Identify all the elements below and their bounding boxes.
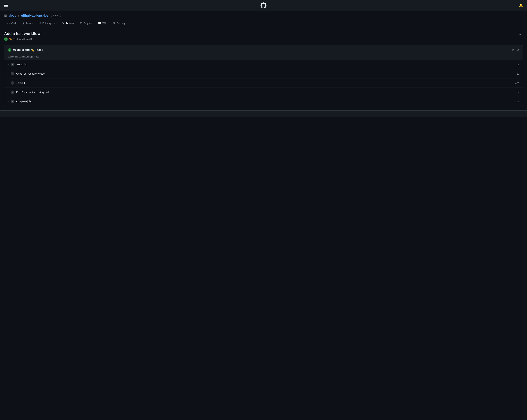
navbar: 🔔 bbox=[0, 0, 527, 11]
job-pencil-emoji: ✏️ bbox=[31, 48, 34, 52]
main-content: Add a test workflow ✏️ Test Workflow #4 … bbox=[0, 27, 527, 106]
actions-icon: ▷ bbox=[62, 22, 64, 25]
code-icon: <> bbox=[7, 22, 10, 25]
workflow-pencil-emoji: ✏️ bbox=[9, 38, 12, 41]
job-header-left: 🛠 Build and ✏️ Test ▾ bbox=[8, 48, 43, 52]
step-name: Complete job bbox=[16, 100, 31, 103]
job-header: 🛠 Build and ✏️ Test ▾ ↻ ⚙ bbox=[4, 45, 523, 55]
tab-pull-requests-label: Pull requests bbox=[42, 22, 56, 25]
workflow-success-icon bbox=[4, 37, 8, 41]
tab-code[interactable]: <> Code bbox=[4, 20, 20, 27]
repo-owner-link[interactable]: aleos bbox=[9, 14, 16, 18]
tab-actions[interactable]: ▷ Actions bbox=[59, 20, 77, 27]
job-header-right: ↻ ⚙ bbox=[511, 48, 519, 52]
step-duration: 2s bbox=[516, 72, 519, 75]
step-left: › 🛠 Build bbox=[8, 81, 25, 85]
navbar-left bbox=[4, 4, 8, 7]
job-title-chevron-icon[interactable]: ▾ bbox=[42, 49, 43, 51]
tab-actions-label: Actions bbox=[65, 22, 74, 25]
step-success-icon bbox=[11, 72, 14, 75]
bottom-bar bbox=[0, 110, 527, 118]
workflow-subtitle: ✏️ Test Workflow #4 bbox=[4, 37, 41, 41]
issues-icon: ◎ bbox=[23, 22, 25, 25]
job-refresh-icon[interactable]: ↻ bbox=[511, 48, 514, 52]
more-options-button[interactable]: ··· bbox=[516, 32, 523, 37]
step-duration: 47s bbox=[515, 82, 519, 84]
step-expand-icon: › bbox=[8, 82, 9, 84]
tab-projects[interactable]: ⊞ Projects bbox=[77, 20, 95, 27]
job-success-icon bbox=[8, 48, 11, 52]
github-logo-icon bbox=[261, 2, 266, 8]
workflow-subtitle-text: Test Workflow #4 bbox=[13, 38, 32, 41]
navbar-right: 🔔 bbox=[519, 3, 523, 7]
tab-issues-label: Issues bbox=[26, 22, 33, 25]
job-status-text: succeeded 19 minutes ago in 52s bbox=[4, 55, 523, 60]
job-settings-icon[interactable]: ⚙ bbox=[516, 48, 519, 52]
job-section: 🛠 Build and ✏️ Test ▾ ↻ ⚙ succeeded 19 m… bbox=[4, 45, 523, 106]
job-steps-list: › Set up job 1s › Check out repository c… bbox=[4, 60, 523, 106]
tab-code-label: Code bbox=[11, 22, 17, 25]
step-name: Set up job bbox=[16, 63, 27, 66]
step-left: › Complete job bbox=[8, 100, 31, 103]
job-tools-emoji: 🛠 bbox=[13, 48, 16, 52]
job-step[interactable]: › Post Check out repository code 1s bbox=[4, 88, 523, 97]
tab-security[interactable]: ⛨ Security bbox=[110, 20, 128, 27]
step-success-icon bbox=[11, 100, 14, 103]
repo-type-icon: ⊟ bbox=[4, 14, 7, 18]
step-name: Post Check out repository code bbox=[16, 91, 50, 94]
job-step[interactable]: › Complete job 0s bbox=[4, 97, 523, 106]
job-title-part2: Test bbox=[35, 48, 41, 52]
step-success-icon bbox=[11, 90, 14, 94]
step-name: Check out repository code bbox=[16, 72, 45, 75]
pull-requests-icon: ⇄ bbox=[39, 22, 41, 25]
notifications-bell-icon[interactable]: 🔔 bbox=[519, 3, 523, 7]
repo-header: ⊟ aleos / github-actions-ios Public bbox=[0, 11, 527, 18]
step-success-icon bbox=[11, 63, 14, 66]
tab-pull-requests[interactable]: ⇄ Pull requests bbox=[36, 20, 59, 27]
step-name: 🛠 Build bbox=[16, 82, 25, 84]
tab-wiki[interactable]: 📖 Wiki bbox=[95, 20, 110, 27]
repo-visibility-badge: Public bbox=[51, 14, 61, 17]
step-left: › Post Check out repository code bbox=[8, 90, 50, 94]
job-step[interactable]: › 🛠 Build 47s bbox=[4, 78, 523, 88]
hamburger-menu-icon[interactable] bbox=[4, 4, 8, 7]
step-expand-icon: › bbox=[8, 91, 9, 94]
step-expand-icon: › bbox=[8, 63, 9, 66]
job-step[interactable]: › Set up job 1s bbox=[4, 60, 523, 69]
workflow-header: Add a test workflow ✏️ Test Workflow #4 … bbox=[4, 32, 523, 41]
repo-name-link[interactable]: github-actions-ios bbox=[21, 14, 48, 18]
tab-issues[interactable]: ◎ Issues bbox=[20, 20, 36, 27]
step-expand-icon: › bbox=[8, 100, 9, 103]
nav-tabs: <> Code ◎ Issues ⇄ Pull requests ▷ Actio… bbox=[0, 20, 527, 27]
job-step[interactable]: › Check out repository code 2s bbox=[4, 69, 523, 78]
tab-projects-label: Projects bbox=[84, 22, 92, 25]
step-duration: 1s bbox=[516, 63, 519, 66]
repo-separator: / bbox=[18, 14, 19, 18]
job-title-part1: Build and bbox=[17, 48, 30, 52]
step-duration: 1s bbox=[516, 91, 519, 94]
job-title: 🛠 Build and ✏️ Test ▾ bbox=[13, 48, 43, 52]
step-expand-icon: › bbox=[8, 73, 9, 75]
step-left: › Check out repository code bbox=[8, 72, 45, 75]
projects-icon: ⊞ bbox=[80, 22, 82, 25]
navbar-center bbox=[261, 2, 266, 8]
wiki-icon: 📖 bbox=[98, 22, 101, 25]
tab-security-label: Security bbox=[117, 22, 125, 25]
step-duration: 0s bbox=[516, 100, 519, 103]
tab-wiki-label: Wiki bbox=[102, 22, 107, 25]
security-icon: ⛨ bbox=[113, 22, 115, 25]
workflow-title-section: Add a test workflow ✏️ Test Workflow #4 bbox=[4, 32, 41, 41]
step-success-icon bbox=[11, 81, 14, 85]
step-left: › Set up job bbox=[8, 63, 27, 66]
workflow-title: Add a test workflow bbox=[4, 32, 41, 36]
